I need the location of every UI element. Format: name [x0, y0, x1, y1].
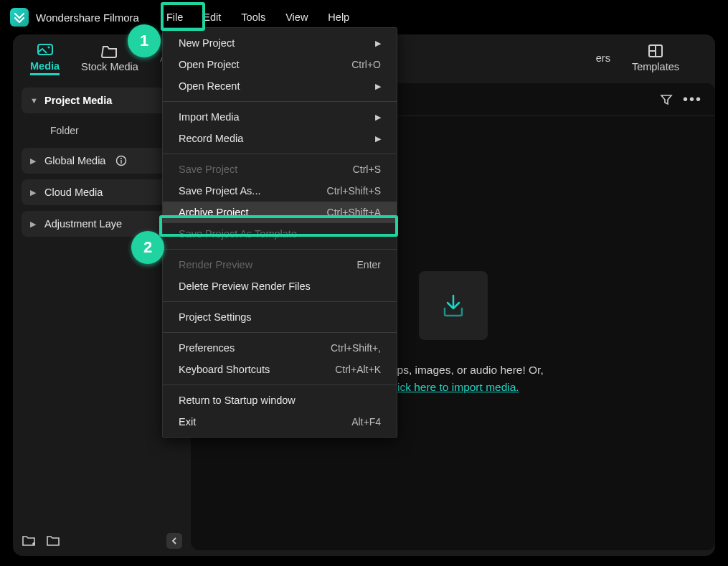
submenu-arrow-icon: ▶ — [375, 134, 381, 143]
menu-item-record-media[interactable]: Record Media ▶ — [163, 128, 397, 149]
menu-item-shortcut: Ctrl+Shift+S — [327, 185, 381, 197]
submenu-arrow-icon: ▶ — [375, 39, 381, 48]
menu-item-new-project[interactable]: New Project ▶ — [163, 32, 397, 54]
menu-view[interactable]: View — [275, 9, 318, 26]
menu-item-keyboard-shortcuts[interactable]: Keyboard Shortcuts Ctrl+Alt+K — [163, 359, 397, 380]
menu-item-label: Save Project — [179, 164, 237, 175]
media-icon — [37, 43, 54, 57]
menu-item-save-project: Save Project Ctrl+S — [163, 159, 397, 180]
sidebar-item-label: Project Media — [44, 95, 112, 106]
sidebar-item-label: Global Media — [44, 155, 105, 166]
menu-item-shortcut: Alt+F4 — [351, 416, 381, 428]
menu-separator — [163, 301, 397, 302]
filter-icon[interactable] — [660, 93, 673, 106]
menu-item-label: New Project — [179, 37, 235, 49]
chevron-right-icon: ▶ — [30, 220, 37, 229]
chevron-right-icon: ▶ — [30, 156, 37, 166]
menu-item-preferences[interactable]: Preferences Ctrl+Shift+, — [163, 337, 397, 359]
submenu-arrow-icon: ▶ — [375, 82, 381, 91]
sidebar-item-label: Adjustment Laye — [44, 218, 122, 230]
tab-media[interactable]: Media — [30, 43, 60, 75]
menu-item-open-recent[interactable]: Open Recent ▶ — [163, 75, 397, 97]
menu-item-label: Delete Preview Render Files — [179, 280, 311, 292]
menu-item-shortcut: Ctrl+O — [351, 59, 381, 70]
sidebar-item-cloud-media[interactable]: ▶ Cloud Media — [22, 179, 182, 205]
menu-item-label: Open Recent — [179, 80, 240, 92]
menu-item-render-preview: Render Preview Enter — [163, 254, 397, 275]
new-folder-icon[interactable] — [22, 534, 36, 548]
file-dropdown-menu: New Project ▶ Open Project Ctrl+O Open R… — [162, 27, 397, 438]
app-logo-icon — [10, 8, 29, 27]
more-options-icon[interactable]: ••• — [683, 91, 702, 108]
svg-point-6 — [120, 158, 122, 159]
svg-point-1 — [47, 46, 49, 48]
menu-item-label: Exit — [179, 416, 196, 428]
menu-item-save-project-as[interactable]: Save Project As... Ctrl+Shift+S — [163, 180, 397, 202]
sidebar-item-global-media[interactable]: ▶ Global Media — [22, 148, 182, 174]
menu-item-label: Preferences — [179, 342, 235, 354]
menu-separator — [163, 385, 397, 385]
menu-help[interactable]: Help — [318, 9, 359, 26]
menu-item-label: Open Project — [179, 59, 240, 70]
menu-item-label: Project Settings — [179, 311, 252, 323]
menu-item-return-startup[interactable]: Return to Startup window — [163, 390, 397, 411]
menu-item-shortcut: Ctrl+S — [353, 164, 381, 175]
sidebar-item-project-media[interactable]: ▼ Project Media — [22, 88, 182, 113]
menu-item-shortcut: Ctrl+Alt+K — [335, 364, 381, 375]
chevron-right-icon: ▶ — [30, 188, 37, 197]
sidebar-footer — [22, 533, 182, 552]
menu-separator — [163, 249, 397, 250]
tab-label: ers — [596, 52, 610, 64]
menu-edit[interactable]: Edit — [193, 9, 231, 26]
info-icon — [115, 155, 127, 166]
menu-separator — [163, 332, 397, 333]
menu-item-label: Record Media — [179, 133, 243, 144]
menu-item-archive-project[interactable]: Archive Project Ctrl+Shift+A — [163, 202, 397, 223]
menu-item-label: Keyboard Shortcuts — [179, 364, 270, 375]
menu-separator — [163, 154, 397, 154]
tab-label: Media — [30, 60, 60, 72]
menu-item-shortcut: Enter — [357, 259, 381, 270]
svg-rect-7 — [121, 160, 122, 164]
menu-item-import-media[interactable]: Import Media ▶ — [163, 106, 397, 128]
templates-icon — [647, 44, 664, 58]
menu-item-label: Archive Project — [179, 207, 249, 218]
folder-icon — [101, 44, 118, 58]
app-title: Wondershare Filmora — [36, 11, 139, 24]
menu-item-shortcut: Ctrl+Shift+A — [327, 207, 381, 218]
sidebar-item-adjustment-layer[interactable]: ▶ Adjustment Laye — [22, 211, 182, 237]
tab-label: Stock Media — [81, 61, 138, 72]
tab-label: Templates — [632, 61, 679, 72]
svg-rect-0 — [38, 44, 52, 55]
submenu-arrow-icon: ▶ — [375, 113, 381, 122]
menu-item-delete-render[interactable]: Delete Preview Render Files — [163, 275, 397, 297]
menu-item-project-settings[interactable]: Project Settings — [163, 306, 397, 328]
menu-item-open-project[interactable]: Open Project Ctrl+O — [163, 54, 397, 75]
menu-separator — [163, 101, 397, 102]
menu-item-label: Import Media — [179, 111, 240, 123]
menu-item-shortcut: Ctrl+Shift+, — [331, 342, 381, 354]
menu-item-label: Save Project As... — [179, 185, 260, 197]
annotation-badge-2: 2 — [131, 231, 164, 264]
menu-item-label: Return to Startup window — [179, 395, 296, 406]
folder-icon[interactable] — [46, 534, 60, 548]
menu-item-label: Save Project As Template — [179, 228, 297, 240]
menu-item-save-template: Save Project As Template — [163, 223, 397, 245]
menu-file[interactable]: File — [156, 9, 193, 26]
menu-item-exit[interactable]: Exit Alt+F4 — [163, 411, 397, 433]
tab-partial-right[interactable]: ers — [596, 52, 610, 65]
sidebar-item-label: Cloud Media — [44, 187, 103, 198]
sidebar-sub-folder[interactable]: Folder — [22, 119, 182, 142]
menu-item-label: Render Preview — [179, 259, 252, 270]
import-icon — [419, 271, 488, 340]
tab-templates[interactable]: Templates — [632, 44, 679, 74]
chevron-down-icon: ▼ — [30, 96, 37, 105]
collapse-sidebar-button[interactable] — [166, 533, 182, 549]
import-media-link[interactable]: Click here to import media. — [387, 381, 519, 393]
menubar: File Edit Tools View Help — [156, 9, 359, 26]
menu-tools[interactable]: Tools — [231, 9, 275, 26]
annotation-badge-1: 1 — [128, 24, 161, 57]
